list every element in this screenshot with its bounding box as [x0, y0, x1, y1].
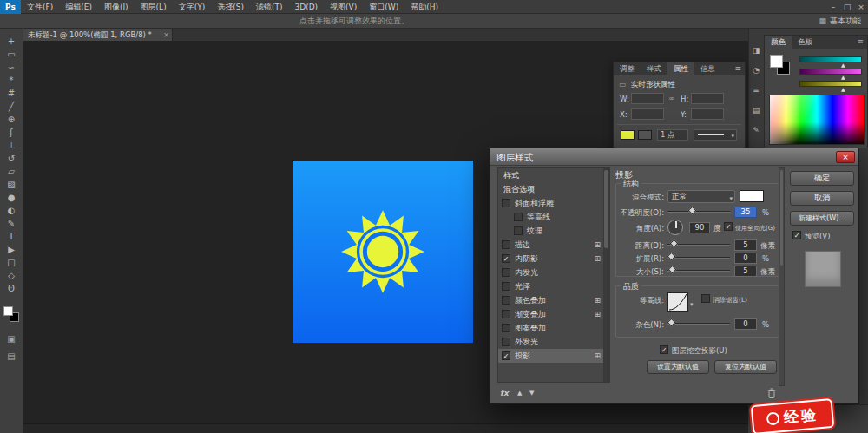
maximize-icon[interactable]: □	[840, 0, 854, 14]
style-item-color-overlay[interactable]: 颜色叠加⊞	[498, 293, 609, 307]
history-brush-tool[interactable]: ↺	[0, 152, 23, 165]
move-tool[interactable]: +	[0, 35, 23, 48]
shadow-color-swatch[interactable]	[740, 190, 764, 202]
y-field[interactable]	[691, 108, 724, 120]
stroke-color-swatch[interactable]	[638, 130, 652, 140]
set-default-button[interactable]: 设置为默认值	[647, 360, 709, 374]
tab-color[interactable]: 颜色	[765, 36, 792, 49]
menu-image[interactable]: 图像(I)	[98, 0, 135, 14]
chevron-down-icon[interactable]: ▾	[690, 301, 694, 308]
cancel-button[interactable]: 取消	[790, 191, 854, 206]
checkbox[interactable]	[502, 296, 510, 305]
opacity-slider[interactable]	[667, 206, 730, 217]
scrollbar-thumb[interactable]	[780, 170, 783, 266]
tab-swatches[interactable]: 色板	[792, 36, 819, 49]
plus-icon[interactable]: ⊞	[594, 351, 601, 360]
checkbox[interactable]	[514, 213, 523, 221]
checkbox[interactable]: ✓	[502, 254, 510, 263]
slider-handle[interactable]	[667, 318, 676, 327]
eyedropper-tool[interactable]: ╱	[0, 100, 23, 113]
x-field[interactable]	[631, 108, 664, 120]
panel-menu-icon[interactable]: ≡	[731, 62, 745, 75]
noise-slider[interactable]	[667, 318, 730, 329]
angle-value[interactable]: 90	[689, 222, 710, 233]
checkbox[interactable]	[502, 310, 510, 318]
slider-handle-icon[interactable]: ▲	[841, 74, 845, 80]
color-slider-1[interactable]	[799, 56, 862, 62]
tab-properties[interactable]: 属性	[667, 62, 694, 75]
dialog-title-bar[interactable]: 图层样式	[490, 148, 858, 166]
menu-select[interactable]: 选择(S)	[211, 0, 250, 14]
height-field[interactable]	[691, 93, 724, 104]
style-item-bevel[interactable]: 斜面和浮雕	[498, 196, 609, 210]
checkbox[interactable]	[514, 226, 523, 235]
dock-panel-icon[interactable]: ≡	[749, 83, 763, 97]
color-slider-2[interactable]	[799, 69, 862, 75]
style-item-inner-shadow[interactable]: ✓内阴影⊞	[498, 252, 609, 266]
checkbox[interactable]	[502, 338, 510, 346]
antialias-checkbox[interactable]	[701, 294, 710, 303]
zoom-tool[interactable]: ʘ	[0, 282, 23, 295]
noise-value[interactable]: 0	[734, 318, 757, 330]
scrollbar-thumb[interactable]	[604, 170, 608, 248]
style-item-inner-glow[interactable]: 内发光	[498, 266, 609, 279]
gradient-tool[interactable]: ▧	[0, 178, 23, 191]
stroke-style-dropdown[interactable]: ▾	[694, 129, 737, 141]
foreground-color-swatch[interactable]	[3, 306, 13, 316]
style-item-pattern-overlay[interactable]: 图案叠加	[498, 321, 609, 335]
opacity-value[interactable]: 35	[734, 207, 757, 218]
eraser-tool[interactable]: ▱	[0, 165, 23, 178]
slider-handle[interactable]	[688, 207, 697, 215]
size-value[interactable]: 5	[734, 266, 757, 277]
tab-adjustments[interactable]: 调整	[614, 62, 641, 75]
spread-slider[interactable]	[667, 252, 730, 263]
menu-edit[interactable]: 编辑(E)	[59, 0, 98, 14]
foreground-color-swatch[interactable]	[770, 55, 783, 68]
slider-handle-icon[interactable]: ▲	[841, 86, 845, 92]
plus-icon[interactable]: ⊞	[594, 240, 601, 249]
global-light-checkbox[interactable]: ✓	[724, 222, 733, 231]
slider-handle[interactable]	[667, 253, 676, 261]
preview-checkbox[interactable]: ✓	[792, 231, 801, 239]
dodge-tool[interactable]: ◐	[0, 204, 23, 217]
style-item-stroke[interactable]: 描边⊞	[498, 238, 609, 252]
brush-tool[interactable]: ʃ	[0, 126, 23, 139]
scrollbar[interactable]	[779, 167, 785, 386]
new-style-button[interactable]: 新建样式(W)...	[790, 211, 854, 226]
checkbox[interactable]	[502, 240, 510, 249]
artwork-blue-square[interactable]	[293, 161, 473, 343]
dock-panel-icon[interactable]: ◔	[749, 63, 763, 77]
tab-info[interactable]: 信息	[694, 62, 721, 75]
blend-mode-select[interactable]: 正常▾	[667, 190, 735, 203]
distance-value[interactable]: 5	[734, 239, 757, 251]
styles-list-header[interactable]: 样式	[498, 168, 609, 182]
style-item-outer-glow[interactable]: 外发光	[498, 335, 609, 349]
size-slider[interactable]	[667, 265, 730, 276]
color-slider-3[interactable]	[799, 81, 862, 87]
quick-mask-icon[interactable]: ▣	[0, 334, 23, 344]
path-selection-tool[interactable]: ▶	[0, 243, 23, 256]
menu-type[interactable]: 文字(Y)	[173, 0, 212, 14]
menu-window[interactable]: 窗口(W)	[363, 0, 404, 14]
knockout-checkbox[interactable]: ✓	[660, 345, 668, 354]
link-dimensions-icon[interactable]: ∞	[668, 94, 674, 102]
menu-view[interactable]: 视图(V)	[324, 0, 363, 14]
style-item-texture[interactable]: 纹理	[498, 224, 609, 238]
marquee-tool[interactable]: ▭	[0, 48, 23, 61]
fx-icon[interactable]: fx	[500, 389, 509, 397]
scrollbar[interactable]	[603, 168, 609, 382]
checkbox[interactable]: ✓	[502, 351, 510, 360]
style-item-contour[interactable]: 等高线	[498, 210, 609, 224]
spread-value[interactable]: 0	[734, 253, 757, 264]
ok-button[interactable]: 确定	[790, 171, 854, 186]
quick-selection-tool[interactable]: *	[0, 74, 23, 87]
close-icon[interactable]: ×	[854, 0, 868, 14]
menu-3d[interactable]: 3D(D)	[288, 0, 324, 14]
blur-tool[interactable]: ●	[0, 191, 23, 204]
reset-default-button[interactable]: 复位为默认值	[714, 360, 777, 374]
blending-options-item[interactable]: 混合选项	[498, 182, 609, 196]
distance-slider[interactable]	[667, 239, 730, 250]
menu-layer[interactable]: 图层(L)	[135, 0, 173, 14]
dock-panel-icon[interactable]: ▤	[749, 103, 763, 117]
document-tab[interactable]: 未标题-1 @ 100%(椭圆 1, RGB/8) * ×	[23, 29, 173, 41]
